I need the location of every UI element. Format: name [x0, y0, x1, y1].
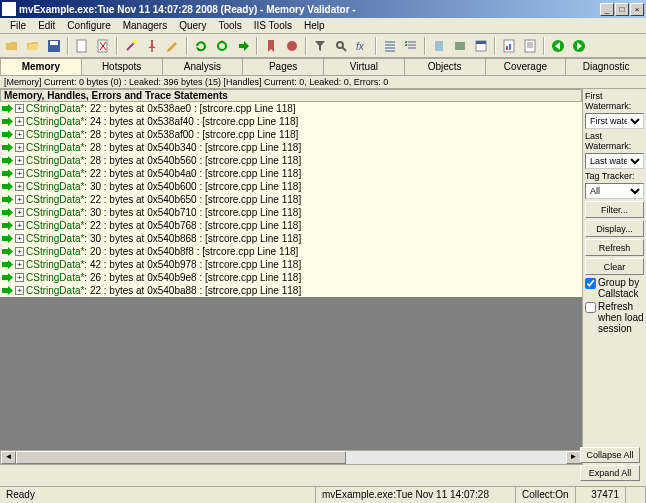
- window-icon[interactable]: [471, 36, 491, 56]
- tree-row[interactable]: +CStringData* : 20 : bytes at 0x540b8f8 …: [0, 245, 582, 258]
- expand-icon[interactable]: +: [15, 104, 24, 113]
- tree-row[interactable]: +CStringData* : 24 : bytes at 0x538af40 …: [0, 115, 582, 128]
- search-icon[interactable]: [331, 36, 351, 56]
- folder-open-icon[interactable]: [23, 36, 43, 56]
- report-chart-icon[interactable]: [499, 36, 519, 56]
- expand-all-button[interactable]: Expand All: [580, 465, 640, 481]
- tree-row[interactable]: +CStringData* : 22 : bytes at 0x540b768 …: [0, 219, 582, 232]
- class-name: CStringData*: [26, 272, 84, 283]
- horizontal-scrollbar[interactable]: ◄ ►: [0, 450, 582, 465]
- tree-row[interactable]: +CStringData* : 30 : bytes at 0x540b710 …: [0, 206, 582, 219]
- first-watermark-select[interactable]: First watermark: [585, 113, 644, 129]
- open-folder-icon[interactable]: [2, 36, 22, 56]
- callstack-tree[interactable]: +CStringData* : 22 : bytes at 0x538ae0 :…: [0, 102, 582, 297]
- expand-icon[interactable]: +: [15, 221, 24, 230]
- menu-query[interactable]: Query: [173, 19, 212, 32]
- tree-row[interactable]: +CStringData* : 30 : bytes at 0x540b868 …: [0, 232, 582, 245]
- tree-row[interactable]: +CStringData* : 22 : bytes at 0x540b650 …: [0, 193, 582, 206]
- tab-analysis[interactable]: Analysis: [162, 58, 244, 75]
- fx-icon[interactable]: fx: [352, 36, 372, 56]
- tree-row[interactable]: +CStringData* : 22 : bytes at 0x538ae0 :…: [0, 102, 582, 115]
- scroll-thumb[interactable]: [16, 451, 346, 464]
- tab-virtual[interactable]: Virtual: [323, 58, 405, 75]
- tag-tracker-label: Tag Tracker:: [585, 171, 644, 181]
- tab-coverage[interactable]: Coverage: [485, 58, 567, 75]
- tree-row[interactable]: +CStringData* : 28 : bytes at 0x538af00 …: [0, 128, 582, 141]
- expand-icon[interactable]: +: [15, 143, 24, 152]
- expand-icon[interactable]: +: [15, 117, 24, 126]
- pin-icon[interactable]: [142, 36, 162, 56]
- bookmark-icon[interactable]: [261, 36, 281, 56]
- close-button[interactable]: ×: [630, 3, 644, 16]
- expand-icon[interactable]: +: [15, 156, 24, 165]
- tab-diagnostic[interactable]: Diagnostic: [565, 58, 646, 75]
- filter-button[interactable]: Filter...: [585, 201, 644, 218]
- edit-icon[interactable]: [163, 36, 183, 56]
- group-callstack-checkbox[interactable]: Group by Callstack: [585, 277, 644, 299]
- attach-icon[interactable]: [429, 36, 449, 56]
- refresh-button[interactable]: Refresh: [585, 239, 644, 256]
- filter-icon[interactable]: [310, 36, 330, 56]
- tab-objects[interactable]: Objects: [404, 58, 486, 75]
- menu-managers[interactable]: Managers: [117, 19, 173, 32]
- menu-iis-tools[interactable]: IIS Tools: [248, 19, 298, 32]
- tree-row[interactable]: +CStringData* : 28 : bytes at 0x540b560 …: [0, 154, 582, 167]
- expand-icon[interactable]: +: [15, 273, 24, 282]
- tab-pages[interactable]: Pages: [242, 58, 324, 75]
- scroll-left-icon[interactable]: ◄: [1, 451, 16, 464]
- expand-icon[interactable]: +: [15, 260, 24, 269]
- allocation-details: : 22 : bytes at 0x540b768 : [strcore.cpp…: [84, 220, 301, 231]
- list-check-icon[interactable]: [401, 36, 421, 56]
- tree-row[interactable]: +CStringData* : 28 : bytes at 0x540b340 …: [0, 141, 582, 154]
- display-button[interactable]: Display...: [585, 220, 644, 237]
- expand-icon[interactable]: +: [15, 234, 24, 243]
- wand-icon[interactable]: [121, 36, 141, 56]
- collect-toggle-icon[interactable]: [282, 36, 302, 56]
- nav-back-icon[interactable]: [548, 36, 568, 56]
- maximize-button[interactable]: □: [615, 3, 629, 16]
- menu-configure[interactable]: Configure: [61, 19, 116, 32]
- scroll-right-icon[interactable]: ►: [566, 451, 581, 464]
- expand-icon[interactable]: +: [15, 130, 24, 139]
- last-watermark-select[interactable]: Last watermark: [585, 153, 644, 169]
- last-watermark-label: Last Watermark:: [585, 131, 644, 151]
- reload-green-icon[interactable]: [191, 36, 211, 56]
- module-icon[interactable]: [450, 36, 470, 56]
- expand-icon[interactable]: +: [15, 208, 24, 217]
- tab-memory[interactable]: Memory: [0, 58, 82, 75]
- menu-tools[interactable]: Tools: [212, 19, 247, 32]
- nav-forward-icon[interactable]: [569, 36, 589, 56]
- report-doc-icon[interactable]: [520, 36, 540, 56]
- save-icon[interactable]: [44, 36, 64, 56]
- expand-icon[interactable]: +: [15, 169, 24, 178]
- tab-hotspots[interactable]: Hotspots: [81, 58, 163, 75]
- refresh-session-input[interactable]: [585, 302, 596, 313]
- list-icon[interactable]: [380, 36, 400, 56]
- menu-help[interactable]: Help: [298, 19, 331, 32]
- expand-icon[interactable]: +: [15, 182, 24, 191]
- tag-tracker-select[interactable]: All: [585, 183, 644, 199]
- sidebar: First Watermark: First watermark Last Wa…: [582, 89, 646, 465]
- minimize-button[interactable]: _: [600, 3, 614, 16]
- session-new-icon[interactable]: [72, 36, 92, 56]
- scroll-track[interactable]: [346, 451, 566, 464]
- expand-icon[interactable]: +: [15, 247, 24, 256]
- forward-arrow-icon[interactable]: [233, 36, 253, 56]
- clear-button[interactable]: Clear: [585, 258, 644, 275]
- menu-file[interactable]: File: [4, 19, 32, 32]
- group-callstack-input[interactable]: [585, 278, 596, 289]
- menu-edit[interactable]: Edit: [32, 19, 61, 32]
- expand-icon[interactable]: +: [15, 286, 24, 295]
- leak-arrow-icon: [2, 169, 13, 178]
- session-close-icon[interactable]: [93, 36, 113, 56]
- tree-row[interactable]: +CStringData* : 22 : bytes at 0x540ba88 …: [0, 284, 582, 297]
- tree-row[interactable]: +CStringData* : 42 : bytes at 0x540b978 …: [0, 258, 582, 271]
- tree-row[interactable]: +CStringData* : 22 : bytes at 0x540b4a0 …: [0, 167, 582, 180]
- collapse-all-button[interactable]: Collapse All: [580, 447, 640, 463]
- expand-icon[interactable]: +: [15, 195, 24, 204]
- refresh-session-checkbox[interactable]: Refresh when load session: [585, 301, 644, 334]
- main-panel: Memory, Handles, Errors and Trace Statem…: [0, 89, 582, 465]
- refresh-circle-icon[interactable]: [212, 36, 232, 56]
- tree-row[interactable]: +CStringData* : 26 : bytes at 0x540b9e8 …: [0, 271, 582, 284]
- tree-row[interactable]: +CStringData* : 30 : bytes at 0x540b600 …: [0, 180, 582, 193]
